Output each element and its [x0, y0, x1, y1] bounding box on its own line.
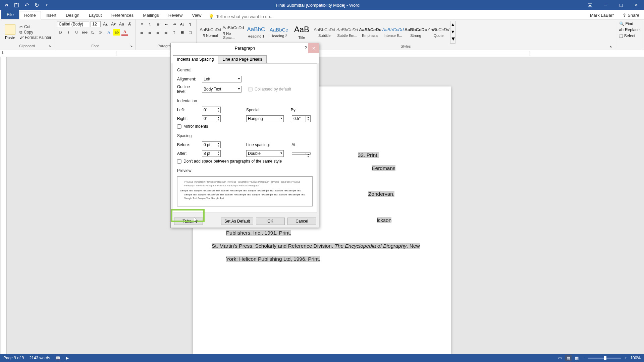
mirror-indents-checkbox[interactable] [177, 124, 181, 129]
align-left-button[interactable]: ☰ [139, 29, 145, 36]
decrease-indent-button[interactable]: ⇤ [163, 21, 169, 27]
close-button[interactable]: ✕ [629, 0, 644, 10]
borders-button[interactable]: ▢ [187, 29, 194, 36]
justify-button[interactable]: ☰ [163, 29, 169, 36]
zoom-out-button[interactable]: − [582, 356, 584, 360]
tab-layout[interactable]: Layout [84, 11, 107, 19]
styles-expand[interactable]: ▼ [450, 36, 455, 43]
highlight-button[interactable]: ab [113, 29, 120, 36]
style-normal[interactable]: AaBbCcDd¶ Normal [199, 21, 221, 43]
tab-design[interactable]: Design [61, 11, 84, 19]
maximize-button[interactable]: ▢ [613, 0, 629, 10]
style-subtle-emphasis[interactable]: AaBbCcDdSubtle Em... [336, 21, 358, 43]
styles-launcher-icon[interactable]: ⬊ [609, 45, 612, 48]
select-button[interactable]: ⬚Select [618, 33, 637, 39]
styles-scroll-up[interactable]: ▴ [450, 21, 455, 28]
bold-button[interactable]: B [57, 29, 64, 36]
special-select[interactable]: Hanging [246, 115, 284, 122]
by-spinner[interactable]: 0.5"▴▾ [292, 115, 311, 122]
page-status[interactable]: Page 9 of 9 [3, 356, 24, 360]
copy-button[interactable]: ⧉Copy [19, 30, 51, 35]
style-subtitle[interactable]: AaBbCcDdSubtitle [313, 21, 335, 43]
font-name-input[interactable] [57, 21, 89, 27]
bullets-button[interactable]: ≡ [139, 21, 145, 27]
strikethrough-button[interactable]: abc [81, 29, 88, 36]
font-size-input[interactable] [91, 21, 101, 27]
text-effects-button[interactable]: A [105, 29, 112, 36]
tab-review[interactable]: Review [164, 11, 187, 19]
share-button[interactable]: ⇪ Share [618, 11, 644, 19]
numbering-button[interactable]: ⒈ [147, 21, 153, 27]
styles-gallery[interactable]: AaBbCcDd¶ Normal AaBbCcDd¶ No Spac... Aa… [199, 21, 449, 43]
change-case-button[interactable]: Aa [118, 21, 125, 27]
shading-button[interactable]: ▦ [179, 29, 185, 36]
paste-button[interactable]: Paste [3, 23, 17, 41]
tell-me-search[interactable]: 💡 Tell me what you want to do... [209, 14, 586, 19]
ribbon-display-options-icon[interactable] [582, 0, 598, 10]
sort-button[interactable]: A↓ [179, 21, 185, 27]
multilevel-button[interactable]: ≣ [155, 21, 161, 27]
tab-references[interactable]: References [107, 11, 138, 19]
line-spacing-button[interactable]: ‡ [171, 29, 177, 36]
set-default-button[interactable]: Set As Default [221, 218, 253, 225]
redo-icon[interactable]: ↻ [34, 2, 40, 8]
ok-button[interactable]: OK [256, 218, 285, 225]
word-count[interactable]: 2143 words [29, 356, 50, 360]
cancel-button[interactable]: Cancel [287, 218, 316, 225]
style-quote[interactable]: AaBbCcDdQuote [427, 21, 449, 43]
after-spinner[interactable]: 8 pt▴▾ [202, 150, 221, 157]
zoom-level[interactable]: 100% [630, 356, 641, 360]
vertical-ruler[interactable] [1, 57, 7, 354]
dialog-close-button[interactable]: ✕ [308, 43, 319, 53]
user-name[interactable]: Mark LaBarr [586, 11, 618, 19]
align-center-button[interactable]: ☰ [147, 29, 153, 36]
tab-view[interactable]: View [187, 11, 206, 19]
style-heading2[interactable]: AaBbCcHeading 2 [268, 21, 290, 43]
tab-file[interactable]: File [1, 10, 19, 19]
style-emphasis[interactable]: AaBbCcDcEmphasis [359, 21, 381, 43]
at-spinner[interactable]: ▴▾ [292, 153, 311, 155]
increase-indent-button[interactable]: ⇥ [171, 21, 177, 27]
minimize-button[interactable]: ─ [598, 0, 613, 10]
tab-line-page-breaks[interactable]: Line and Page Breaks [218, 55, 266, 63]
alignment-select[interactable]: Left [202, 76, 241, 82]
style-heading1[interactable]: AaBbCHeading 1 [245, 21, 267, 43]
web-layout-icon[interactable]: ▦ [575, 356, 579, 360]
help-button[interactable]: ? [305, 45, 307, 50]
underline-button[interactable]: U [73, 29, 80, 36]
line-spacing-select[interactable]: Double [246, 150, 284, 157]
undo-icon[interactable]: ↶ [23, 2, 30, 8]
print-layout-icon[interactable]: ▤ [565, 355, 572, 361]
show-marks-button[interactable]: ¶ [187, 21, 194, 27]
horizontal-ruler[interactable]: L [0, 50, 644, 57]
italic-button[interactable]: I [65, 29, 72, 36]
shrink-font-button[interactable]: A▾ [110, 21, 117, 27]
style-title[interactable]: AaBTitle [290, 21, 313, 43]
tab-selector[interactable]: L [2, 51, 4, 55]
zoom-slider[interactable] [588, 358, 621, 359]
save-icon[interactable] [13, 2, 19, 8]
style-nospacing[interactable]: AaBbCcDd¶ No Spac... [222, 21, 244, 43]
tabs-button[interactable]: Tabs... [174, 218, 203, 225]
before-spinner[interactable]: 0 pt▴▾ [202, 141, 221, 148]
outline-select[interactable]: Body Text [202, 86, 241, 93]
spelling-icon[interactable]: 📖 [55, 356, 60, 360]
clear-formatting-button[interactable]: A̸ [126, 21, 133, 27]
tab-mailings[interactable]: Mailings [138, 11, 164, 19]
replace-button[interactable]: abReplace [618, 27, 641, 33]
qat-dropdown-icon[interactable]: ▾ [44, 2, 50, 8]
subscript-button[interactable]: x₂ [89, 29, 96, 36]
format-painter-button[interactable]: 🖌Format Painter [19, 35, 51, 40]
superscript-button[interactable]: x² [97, 29, 104, 36]
style-strong[interactable]: AaBbCcDcStrong [405, 21, 427, 43]
font-color-button[interactable]: A [121, 29, 128, 36]
dialog-title-bar[interactable]: Paragraph ? ✕ [171, 43, 319, 53]
indent-right-spinner[interactable]: 0"▴▾ [202, 115, 221, 122]
macro-icon[interactable]: ▶ [66, 356, 69, 360]
indent-left-spinner[interactable]: 0"▴▾ [202, 107, 221, 113]
read-mode-icon[interactable]: ▭ [558, 356, 562, 360]
tab-insert[interactable]: Insert [41, 11, 61, 19]
styles-scroll-down[interactable]: ▾ [450, 28, 455, 36]
zoom-in-button[interactable]: + [625, 356, 627, 360]
align-right-button[interactable]: ☰ [155, 29, 161, 36]
